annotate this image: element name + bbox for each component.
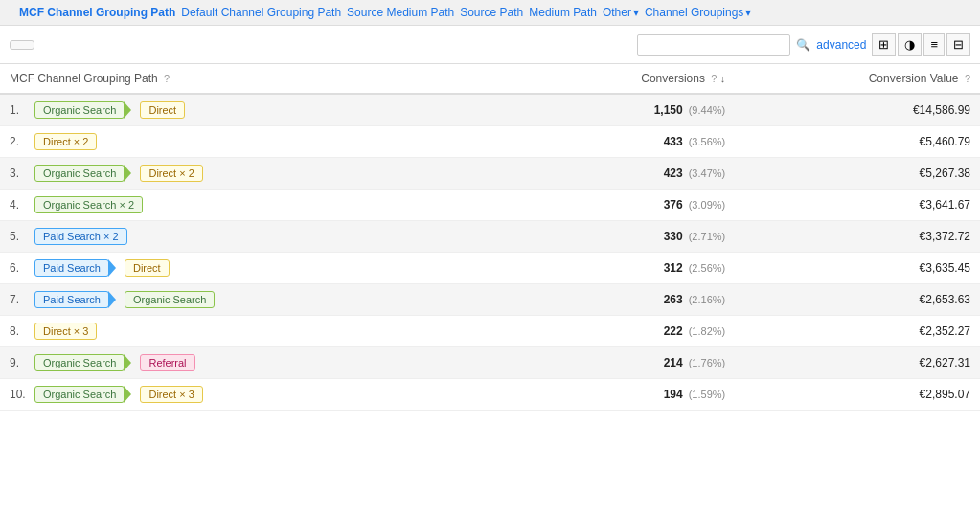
path-cell: 8.Direct × 3	[0, 316, 539, 347]
primary-link-default[interactable]: Default Channel Grouping Path	[181, 6, 341, 19]
channel-tag: Direct × 2	[34, 133, 97, 150]
path-cell: 10.Organic SearchDirect × 3	[0, 379, 539, 411]
view-icon-grid[interactable]: ⊞	[872, 33, 896, 56]
secondary-dimension-button[interactable]	[10, 40, 34, 50]
sort-descending-icon: ↓	[720, 73, 726, 84]
other-dropdown-label: Other	[603, 6, 631, 19]
conversion-percent: (3.09%)	[689, 199, 726, 211]
channel-groupings-dropdown[interactable]: Channel Groupings ▾	[645, 6, 751, 19]
conversion-value-cell: €2,352.27	[735, 316, 980, 347]
conversions-cell: 423(3.47%)	[539, 158, 736, 190]
conversion-percent: (1.76%)	[689, 357, 726, 368]
path-cell: 7.Paid SearchOrganic Search	[0, 284, 539, 316]
row-number: 1.	[10, 103, 27, 117]
view-icon-pie[interactable]: ◑	[898, 33, 922, 56]
conversion-number: 376	[664, 198, 683, 212]
row-number: 9.	[10, 356, 27, 369]
view-icon-list[interactable]: ≡	[923, 33, 945, 56]
col-header-conversions[interactable]: Conversions ? ↓	[539, 64, 736, 94]
advanced-link[interactable]: advanced	[816, 38, 866, 52]
channel-tag: Organic Search	[34, 165, 125, 182]
row-number: 6.	[10, 261, 27, 275]
col-path-label: MCF Channel Grouping Path	[10, 72, 158, 85]
conversion-number: 194	[664, 388, 683, 401]
table-row: 7.Paid SearchOrganic Search263(2.16%)€2,…	[0, 284, 980, 316]
channel-tag: Organic Search	[34, 386, 125, 403]
row-number: 7.	[10, 293, 27, 306]
channel-tag: Paid Search	[34, 259, 109, 277]
path-cell: 9.Organic SearchReferral	[0, 347, 539, 379]
table-row: 3.Organic SearchDirect × 2423(3.47%)€5,2…	[0, 158, 980, 190]
conversion-number: 1,150	[654, 103, 683, 117]
primary-dimension-bar: MCF Channel Grouping Path Default Channe…	[0, 0, 980, 26]
conversions-cell: 263(2.16%)	[539, 284, 736, 316]
conversion-value-cell: €3,635.45	[735, 253, 980, 284]
channel-tag: Direct	[140, 101, 185, 119]
channel-tag: Organic Search × 2	[34, 196, 143, 213]
search-input[interactable]	[637, 34, 790, 56]
col-header-value: Conversion Value ?	[735, 64, 980, 94]
path-cell: 5.Paid Search × 2	[0, 221, 539, 253]
conversions-cell: 330(2.71%)	[539, 221, 736, 253]
table-row: 2.Direct × 2433(3.56%)€5,460.79	[0, 126, 980, 158]
col-value-help-icon[interactable]: ?	[965, 73, 970, 84]
other-dropdown[interactable]: Other ▾	[603, 6, 639, 19]
channel-tag: Paid Search × 2	[34, 228, 127, 245]
primary-link-mcf[interactable]: MCF Channel Grouping Path	[19, 6, 175, 19]
conversion-number: 214	[664, 356, 683, 369]
col-conversions-label: Conversions	[641, 72, 705, 85]
conversion-percent: (3.47%)	[689, 167, 726, 179]
col-conversions-help-icon[interactable]: ?	[711, 73, 717, 84]
conversion-percent: (2.56%)	[689, 262, 726, 274]
primary-link-source[interactable]: Source Path	[460, 6, 523, 19]
conversion-value-cell: €2,653.63	[735, 284, 980, 316]
path-cell: 2.Direct × 2	[0, 126, 539, 158]
conversion-value-cell: €2,895.07	[735, 379, 980, 411]
col-value-label: Conversion Value	[869, 72, 959, 85]
row-number: 10.	[10, 388, 27, 401]
row-number: 8.	[10, 324, 27, 338]
data-table: MCF Channel Grouping Path ? Conversions …	[0, 64, 980, 411]
view-icons: ⊞ ◑ ≡ ⊟	[872, 33, 970, 56]
row-number: 4.	[10, 198, 27, 212]
channel-groupings-arrow: ▾	[745, 6, 751, 19]
secondary-right: 🔍 advanced ⊞ ◑ ≡ ⊟	[637, 33, 970, 56]
conversion-percent: (2.16%)	[689, 294, 726, 305]
table-row: 1.Organic SearchDirect1,150(9.44%)€14,58…	[0, 94, 980, 126]
secondary-left	[10, 40, 34, 50]
primary-link-medium[interactable]: Medium Path	[529, 6, 597, 19]
table-row: 10.Organic SearchDirect × 3194(1.59%)€2,…	[0, 379, 980, 411]
conversion-number: 423	[664, 167, 683, 180]
channel-tag: Direct	[125, 259, 170, 277]
table-row: 8.Direct × 3222(1.82%)€2,352.27	[0, 316, 980, 347]
conversion-value-cell: €14,586.99	[735, 94, 980, 126]
other-dropdown-arrow: ▾	[633, 6, 639, 19]
col-header-path: MCF Channel Grouping Path ?	[0, 64, 539, 94]
path-cell: 6.Paid SearchDirect	[0, 253, 539, 284]
channel-tag: Direct × 3	[140, 386, 202, 403]
col-path-help-icon[interactable]: ?	[164, 73, 170, 84]
conversion-percent: (3.56%)	[689, 136, 726, 147]
table-row: 5.Paid Search × 2330(2.71%)€3,372.72	[0, 221, 980, 253]
row-number: 2.	[10, 135, 27, 148]
channel-tag: Paid Search	[34, 291, 109, 308]
conversion-number: 312	[664, 261, 683, 275]
row-number: 5.	[10, 230, 27, 243]
conversion-percent: (1.82%)	[689, 325, 726, 337]
conversion-percent: (2.71%)	[689, 231, 726, 242]
conversion-value-cell: €5,267.38	[735, 158, 980, 190]
channel-tag: Referral	[140, 354, 194, 371]
conversion-percent: (1.59%)	[689, 389, 726, 400]
conversion-number: 222	[664, 324, 683, 338]
channel-tag: Organic Search	[125, 291, 215, 308]
conversion-number: 433	[664, 135, 683, 148]
channel-tag: Organic Search	[34, 354, 125, 371]
view-icon-bar[interactable]: ⊟	[946, 33, 970, 56]
conversions-cell: 376(3.09%)	[539, 190, 736, 221]
table-row: 6.Paid SearchDirect312(2.56%)€3,635.45	[0, 253, 980, 284]
path-cell: 3.Organic SearchDirect × 2	[0, 158, 539, 190]
search-icon[interactable]: 🔍	[796, 38, 810, 52]
channel-tag: Organic Search	[34, 101, 125, 119]
channel-tag: Direct × 2	[140, 165, 202, 182]
primary-link-source-medium[interactable]: Source Medium Path	[347, 6, 454, 19]
